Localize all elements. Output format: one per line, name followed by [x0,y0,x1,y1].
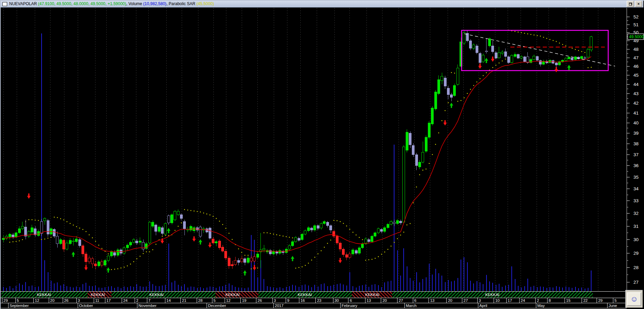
svg-text:2: 2 [136,298,138,303]
svg-text:October: October [79,304,93,308]
ticker-name: NUEVAPOLAR [9,1,38,7]
svg-text:November: November [138,304,156,308]
svg-text:13: 13 [430,298,435,303]
svg-text:30: 30 [633,237,639,242]
svg-text:2017: 2017 [275,304,284,308]
svg-text:16: 16 [300,298,305,303]
svg-text:29: 29 [633,251,639,256]
separator: , [166,1,169,7]
svg-text:43: 43 [633,91,639,96]
svg-text:15: 15 [566,298,571,303]
svg-text:6: 6 [350,298,352,303]
svg-text:48: 48 [633,47,639,52]
svg-text:29: 29 [3,298,8,303]
svg-text:34: 34 [633,186,639,191]
svg-text:31: 31 [633,224,639,229]
svg-text:12: 12 [226,298,230,303]
svg-text:20: 20 [383,298,387,303]
svg-text:32: 32 [633,211,639,216]
svg-text:27: 27 [464,298,468,303]
sar-value: (45.5000) [196,1,214,7]
svg-text:27: 27 [633,280,639,285]
svg-text:KEKKAI: KEKKAI [485,293,499,297]
svg-text:21: 21 [182,298,186,303]
svg-text:7: 7 [148,298,150,303]
svg-text:46: 46 [633,64,639,69]
svg-text:17: 17 [106,298,111,303]
svg-text:KEKKAI: KEKKAI [149,293,164,297]
svg-text:6: 6 [414,298,416,303]
svg-text:27: 27 [399,298,403,303]
svg-text:11: 11 [95,298,99,303]
status-corner: ☺ [625,290,643,308]
sar-label: Parabolic SAR [169,1,196,7]
svg-text:35: 35 [633,175,639,180]
last-price-tag: 49.5000 [628,34,644,40]
svg-text:February: February [342,304,357,308]
svg-text:April: April [479,304,487,308]
svg-text:39: 39 [633,131,639,136]
svg-text:28: 28 [633,265,639,270]
svg-text:49.5000: 49.5000 [629,34,644,39]
svg-text:3: 3 [78,298,80,303]
svg-text:September: September [10,304,29,308]
svg-text:52: 52 [633,14,639,19]
svg-text:KEKKAI: KEKKAI [37,293,51,297]
svg-text:30: 30 [334,298,339,303]
svg-text:33: 33 [633,198,639,203]
svg-text:KEKKAI: KEKKAI [365,293,379,297]
svg-text:20: 20 [448,298,452,303]
svg-text:December: December [208,304,226,308]
svg-text:14: 14 [166,298,171,303]
svg-text:17: 17 [508,298,512,303]
restore-icon [629,3,632,5]
svg-text:KEKKAI: KEKKAI [225,293,240,297]
svg-text:26: 26 [258,298,262,303]
svg-text:20: 20 [50,298,55,303]
svg-text:5: 5 [17,298,19,303]
svg-text:19: 19 [242,298,246,303]
restore-window-button[interactable] [627,1,634,7]
svg-text:KEKKAI: KEKKAI [91,293,105,297]
svg-text:March: March [406,304,417,308]
svg-text:41: 41 [633,111,639,116]
price-chart[interactable]: 5251504948474645444342414039383736353433… [1,1,644,309]
svg-text:3: 3 [274,298,276,303]
chart-background [1,1,644,309]
svg-text:June: June [609,304,617,308]
svg-text:3: 3 [479,298,481,303]
svg-text:51: 51 [633,22,639,27]
svg-text:2: 2 [537,298,539,303]
volume-label: Volume [129,1,143,7]
svg-text:44: 44 [633,82,639,87]
separator: , [126,1,129,7]
svg-text:May: May [537,304,545,308]
svg-text:38: 38 [633,141,639,146]
svg-text:13: 13 [366,298,371,303]
svg-text:40: 40 [633,120,639,126]
svg-text:28: 28 [198,298,203,303]
svg-text:29: 29 [598,298,603,303]
svg-text:26: 26 [64,298,69,303]
ohlc-values: (47.9100, 49.5000, 48.0000, 49.5000, +1.… [38,1,126,7]
close-window-button[interactable]: × [635,1,642,7]
svg-text:47: 47 [633,55,639,60]
chart-window: 5251504948474645444342414039383736353433… [0,0,644,309]
svg-text:KEKKAI: KEKKAI [298,293,312,297]
smiley-button[interactable]: ☺ [627,292,641,306]
svg-text:24: 24 [123,298,128,303]
svg-text:36: 36 [633,163,639,168]
svg-text:45: 45 [633,73,639,78]
svg-text:5: 5 [213,298,215,303]
svg-text:37: 37 [633,152,639,157]
svg-text:10: 10 [495,298,500,303]
svg-text:9: 9 [287,298,289,303]
kekkai-strip: KEKKAIKEKKAIKEKKAIKEKKAIKEKKAIKEKKAIKEKK… [1,291,627,298]
svg-text:8: 8 [549,298,551,303]
svg-text:24: 24 [521,298,525,303]
document-icon [2,2,7,6]
titlebar[interactable]: NUEVAPOLAR (47.9100, 49.5000, 48.0000, 4… [1,1,643,8]
volume-value: (10,982,580) [143,1,166,7]
svg-text:22: 22 [583,298,588,303]
svg-text:42: 42 [633,101,639,106]
